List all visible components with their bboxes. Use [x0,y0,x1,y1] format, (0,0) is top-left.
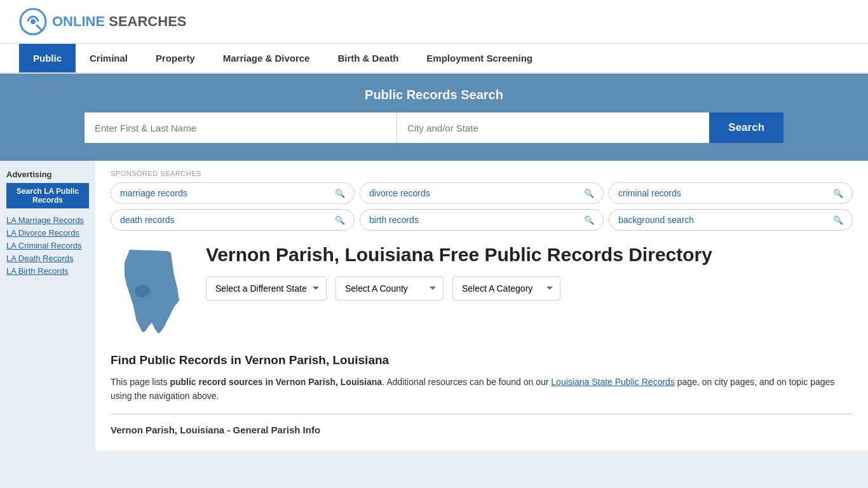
louisiana-state-link[interactable]: Louisiana State Public Records [551,377,675,387]
search-banner-title: Public Records Search [19,88,849,102]
find-desc-bold: public record sources in Vernon Parish, … [170,377,382,387]
tag-divorce-records[interactable]: divorce records 🔍 [360,182,604,204]
search-tags: marriage records 🔍 divorce records 🔍 cri… [111,182,853,231]
sidebar-item-birth[interactable]: LA Birth Records [6,266,89,276]
nav-item-birth-death[interactable]: Birth & Death [323,44,412,72]
logo-icon [19,8,47,36]
category-dropdown[interactable]: Select A Category [452,276,560,301]
search-banner: Public Records Search Search [0,74,868,161]
sidebar-links: LA Marriage Records LA Divorce Records L… [6,215,89,276]
main-nav: Public Criminal Property Marriage & Divo… [0,44,868,74]
search-icon-6: 🔍 [833,215,843,225]
svg-line-2 [37,25,41,30]
sidebar-item-death[interactable]: LA Death Records [6,253,89,263]
sidebar-item-marriage[interactable]: LA Marriage Records [6,215,89,225]
dropdowns-row: Select a Different State Select A County… [206,276,712,301]
search-icon-3: 🔍 [833,189,843,198]
logo[interactable]: ONLINE SEARCHES [19,8,187,36]
nav-item-employment[interactable]: Employment Screening [412,44,546,72]
tag-death-records[interactable]: death records 🔍 [111,209,355,231]
search-icon-2: 🔍 [584,189,594,198]
search-icon-5: 🔍 [584,215,594,225]
svg-point-3 [135,285,150,297]
logo-text: ONLINE SEARCHES [52,13,187,30]
nav-item-public[interactable]: Public [19,44,76,72]
sidebar-item-divorce[interactable]: LA Divorce Records [6,227,89,238]
main-content: SPONSORED SEARCHES marriage records 🔍 di… [95,161,868,451]
svg-point-1 [31,19,36,24]
site-header: ONLINE SEARCHES [0,0,868,44]
tag-background-search[interactable]: background search 🔍 [609,209,853,231]
nav-item-criminal[interactable]: Criminal [76,44,142,72]
louisiana-map-svg [111,243,193,339]
county-dropdown[interactable]: Select A County [336,276,444,301]
section-divider [111,414,853,414]
name-input[interactable] [85,112,397,143]
main-wrapper: Advertising Search LA Public Records LA … [0,161,868,451]
state-map [111,243,193,341]
tag-birth-records[interactable]: birth records 🔍 [360,209,604,231]
parish-title: Vernon Parish, Louisiana Free Public Rec… [206,243,712,266]
search-form: Search [85,112,783,143]
state-dropdown[interactable]: Select a Different State [206,276,327,301]
location-input[interactable] [397,112,709,143]
tag-criminal-records[interactable]: criminal records 🔍 [609,182,853,204]
search-icon-1: 🔍 [335,189,345,198]
general-info-title: Vernon Parish, Louisiana - General Paris… [111,424,853,435]
parish-info: Vernon Parish, Louisiana Free Public Rec… [206,243,712,313]
nav-item-marriage-divorce[interactable]: Marriage & Divorce [209,44,324,72]
parish-header: Vernon Parish, Louisiana Free Public Rec… [111,243,853,341]
tag-marriage-records[interactable]: marriage records 🔍 [111,182,355,204]
find-records-description: This page lists public record sources in… [111,375,853,403]
search-la-button[interactable]: Search LA Public Records [6,183,89,208]
sidebar-item-criminal[interactable]: LA Criminal Records [6,240,89,250]
advertising-label: Advertising [6,170,89,179]
sidebar: Advertising Search LA Public Records LA … [0,161,95,451]
find-records-title: Find Public Records in Vernon Parish, Lo… [111,353,853,367]
search-button[interactable]: Search [709,112,783,143]
nav-item-property[interactable]: Property [142,44,209,72]
search-icon-4: 🔍 [335,215,345,225]
sponsored-label: SPONSORED SEARCHES [111,170,853,177]
